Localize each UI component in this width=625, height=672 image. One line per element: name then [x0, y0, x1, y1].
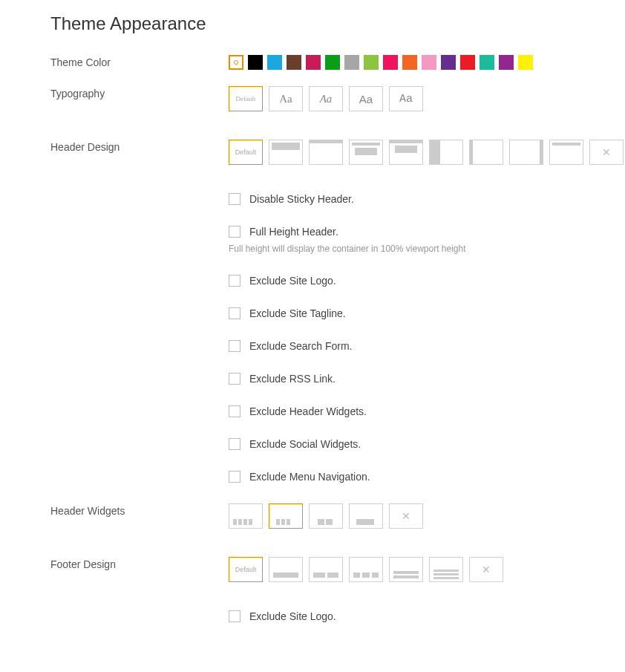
- color-swatch[interactable]: [248, 55, 263, 70]
- footer-design-option[interactable]: [429, 557, 463, 582]
- footer-design-option[interactable]: [309, 557, 343, 582]
- label-header-widgets: Header Widgets: [50, 503, 229, 517]
- checkbox-label: Exclude RSS Link.: [249, 373, 336, 385]
- color-swatch[interactable]: [518, 55, 533, 70]
- checkbox-label: Full Height Header.: [249, 226, 338, 238]
- checkbox-row: Exclude Social Widgets.: [229, 438, 625, 450]
- typography-options: Default Aa Aa Aa Aa: [229, 86, 625, 111]
- typography-option-1[interactable]: Aa: [269, 86, 303, 111]
- checkbox-label: Exclude Site Tagline.: [249, 307, 346, 319]
- header-widget-option[interactable]: [229, 503, 263, 529]
- header-design-option[interactable]: [469, 140, 503, 165]
- row-header-widgets: Header Widgets ✕: [50, 503, 625, 529]
- row-header-design: Header Design Default: [50, 140, 625, 165]
- row-footer-design: Footer Design Default ✕: [50, 557, 625, 582]
- label-footer-design: Footer Design: [50, 557, 229, 570]
- checkbox-label: Exclude Search Form.: [249, 340, 353, 352]
- checkbox-label: Exclude Site Logo.: [249, 610, 336, 622]
- typography-sample: Aa: [279, 93, 292, 105]
- typography-default-label: Default: [236, 95, 256, 102]
- close-icon: ✕: [602, 146, 611, 158]
- header-checkbox-section: Disable Sticky Header.Full Height Header…: [229, 193, 625, 483]
- label-theme-color: Theme Color: [50, 55, 229, 68]
- checkbox-label: Exclude Social Widgets.: [249, 438, 361, 450]
- checkbox-label: Disable Sticky Header.: [249, 193, 354, 205]
- typography-option-3[interactable]: Aa: [349, 86, 383, 111]
- checkbox-row: Exclude Search Form.: [229, 340, 625, 352]
- typography-sample: Aa: [359, 93, 373, 105]
- typography-sample: Aa: [399, 93, 413, 105]
- header-widget-none[interactable]: ✕: [389, 503, 423, 529]
- checkbox-row: Exclude Site Logo.: [229, 610, 625, 622]
- checkbox[interactable]: [229, 610, 240, 622]
- color-swatch[interactable]: [306, 55, 321, 70]
- label-typography: Typography: [50, 86, 229, 100]
- footer-design-default[interactable]: Default: [229, 557, 263, 582]
- footer-default-label: Default: [235, 566, 257, 573]
- footer-checkbox-section: Exclude Site Logo.: [229, 610, 625, 622]
- header-design-none[interactable]: ✕: [589, 140, 624, 165]
- help-text: Full height will display the container i…: [229, 244, 625, 254]
- header-widget-option[interactable]: [269, 503, 303, 529]
- page-title: Theme Appearance: [50, 13, 625, 34]
- header-design-option[interactable]: [269, 140, 303, 165]
- checkbox[interactable]: [229, 373, 240, 385]
- label-header-design: Header Design: [50, 140, 229, 153]
- color-swatch[interactable]: [402, 55, 417, 70]
- footer-design-option[interactable]: [349, 557, 383, 582]
- typography-option-2[interactable]: Aa: [309, 86, 343, 111]
- header-design-option[interactable]: [309, 140, 343, 165]
- header-design-options: Default: [229, 140, 625, 165]
- color-swatch[interactable]: [229, 55, 243, 70]
- header-design-option[interactable]: [389, 140, 423, 165]
- header-design-option[interactable]: [549, 140, 583, 165]
- checkbox-label: Exclude Menu Navigation.: [249, 471, 370, 483]
- footer-design-option[interactable]: [389, 557, 423, 582]
- row-theme-color: Theme Color: [50, 55, 625, 70]
- color-swatch[interactable]: [422, 55, 436, 70]
- typography-option-4[interactable]: Aa: [389, 86, 423, 111]
- checkbox-row: Exclude Site Tagline.: [229, 307, 625, 319]
- color-swatch[interactable]: [267, 55, 282, 70]
- typography-option-default[interactable]: Default: [229, 86, 263, 111]
- theme-color-swatches: [229, 55, 625, 70]
- checkbox[interactable]: [229, 340, 240, 352]
- header-widgets-options: ✕: [229, 503, 625, 529]
- typography-sample: Aa: [320, 93, 333, 105]
- checkbox-row: Exclude Menu Navigation.: [229, 471, 625, 483]
- close-icon: ✕: [482, 564, 491, 575]
- color-swatch[interactable]: [480, 55, 494, 70]
- checkbox[interactable]: [229, 226, 240, 238]
- checkbox[interactable]: [229, 405, 240, 417]
- close-icon: ✕: [402, 510, 410, 522]
- color-swatch[interactable]: [499, 55, 514, 70]
- row-typography: Typography Default Aa Aa Aa Aa: [50, 86, 625, 111]
- checkbox-label: Exclude Header Widgets.: [249, 405, 367, 417]
- checkbox[interactable]: [229, 193, 240, 205]
- color-swatch[interactable]: [364, 55, 379, 70]
- checkbox-row: Full Height Header.: [229, 226, 625, 238]
- header-design-option[interactable]: [349, 140, 383, 165]
- color-swatch[interactable]: [344, 55, 359, 70]
- header-widget-option[interactable]: [349, 503, 383, 529]
- color-swatch[interactable]: [441, 55, 456, 70]
- footer-design-none[interactable]: ✕: [469, 557, 503, 582]
- checkbox-row: Exclude Site Logo.: [229, 275, 625, 287]
- checkbox-row: Exclude RSS Link.: [229, 373, 625, 385]
- footer-design-option[interactable]: [269, 557, 303, 582]
- color-swatch[interactable]: [460, 55, 475, 70]
- footer-design-options: Default ✕: [229, 557, 625, 582]
- checkbox[interactable]: [229, 307, 240, 319]
- header-widget-option[interactable]: [309, 503, 343, 529]
- color-swatch[interactable]: [325, 55, 340, 70]
- checkbox[interactable]: [229, 471, 240, 483]
- header-design-option[interactable]: [509, 140, 543, 165]
- header-design-default[interactable]: Default: [229, 140, 263, 165]
- checkbox-row: Disable Sticky Header.: [229, 193, 625, 205]
- checkbox-label: Exclude Site Logo.: [249, 275, 336, 287]
- checkbox[interactable]: [229, 275, 240, 287]
- checkbox[interactable]: [229, 438, 240, 450]
- header-design-option[interactable]: [429, 140, 463, 165]
- color-swatch[interactable]: [287, 55, 301, 70]
- color-swatch[interactable]: [383, 55, 398, 70]
